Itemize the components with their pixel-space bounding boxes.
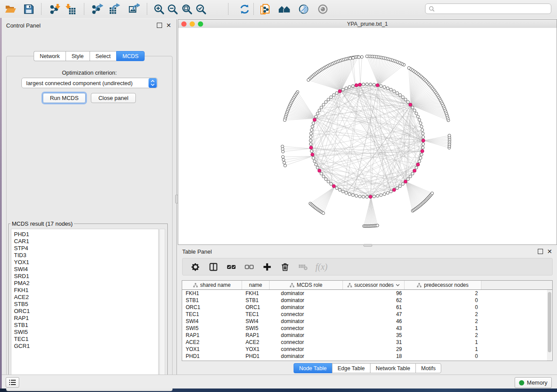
mcds-result-item[interactable]: SWI4 [14,266,158,273]
mcds-result-item[interactable]: YOX1 [14,259,158,266]
float-table-panel-icon[interactable] [538,249,543,254]
cell-successor-nodes: 18 [343,353,405,359]
cell-successor-nodes: 31 [343,339,405,345]
cell-shared-name: SWI4 [182,318,242,324]
column-header-name[interactable]: name [242,281,270,289]
header-filler [481,281,552,289]
table-row[interactable]: FKH1FKH1dominator962 [182,290,552,297]
cell-shared-name: YOX1 [182,346,242,352]
table-header-row: shared namenameMCDS rolesuccessor nodesp… [182,281,552,290]
import-table-icon[interactable] [65,3,76,15]
close-panel-icon[interactable]: ✕ [166,23,171,28]
column-header-MCDS-role[interactable]: MCDS role [270,281,343,289]
refresh-icon[interactable] [239,3,250,15]
mcds-result-item[interactable]: FKH1 [14,287,158,294]
table-scrollbar-thumb[interactable] [548,292,551,352]
table-row[interactable]: ORC1ORC1dominator610 [182,304,552,311]
mcds-result-item[interactable]: PMA2 [14,280,158,287]
export-image-icon[interactable] [128,3,140,15]
table-row[interactable]: ACE2ACE2connector311 [182,339,552,346]
mcds-result-item[interactable]: STB1 [14,322,158,329]
zoom-fit-icon[interactable] [181,3,193,15]
task-history-button[interactable] [6,377,19,388]
mcds-result-item[interactable]: ACE2 [14,294,158,301]
column-header-shared-name[interactable]: shared name [182,281,242,289]
mcds-result-item[interactable]: ORC1 [14,308,158,315]
run-mcds-button[interactable]: Run MCDS [43,93,86,103]
network-file-icon[interactable] [259,3,271,15]
mcds-result-list[interactable]: PHD1CAR1STP4TID3YOX1SWI4SRD1PMA2FKH1ACE2… [11,229,159,381]
column-header-predecessor-nodes[interactable]: predecessor nodes [405,281,481,289]
zoom-in-icon[interactable] [153,3,165,15]
zoom-selected-icon[interactable] [195,3,207,15]
column-header-successor-nodes[interactable]: successor nodes [343,281,405,289]
check-all-icon[interactable] [226,261,236,272]
mcds-result-item[interactable]: STB5 [14,301,158,308]
network-view-canvas[interactable] [178,28,557,244]
search-input[interactable] [435,4,551,13]
uncheck-all-icon[interactable] [244,261,254,272]
table-scrollbar[interactable] [547,290,552,361]
import-network-icon[interactable] [49,3,61,15]
mcds-result-item[interactable]: SWI5 [14,329,158,336]
memory-button[interactable]: Memory [515,377,552,388]
table-panel-divider-handle[interactable] [363,244,372,247]
columns-icon[interactable] [208,261,218,272]
cell-successor-nodes: 29 [343,346,405,352]
cell-MCDS-role: connector [270,325,343,331]
shared-column-icon [193,283,198,288]
optimization-criterion-select[interactable]: largest connected component (undirected) [21,78,158,88]
cell-shared-name: RAP1 [182,332,242,338]
zoom-out-icon[interactable] [166,3,178,15]
mcds-result-item[interactable]: STP4 [14,245,158,252]
cell-predecessor-nodes: 1 [405,339,481,345]
network-window-titlebar[interactable]: YPA_prune.txt_1 [178,20,557,28]
cell-name: FKH1 [242,290,270,296]
mcds-result-item[interactable]: SRD1 [14,273,158,280]
table-row[interactable]: SWI4SWI4dominator462 [182,318,552,325]
save-icon[interactable] [23,3,35,15]
tab-node-table[interactable]: Node Table [294,363,332,373]
function-builder-icon: f(x) [315,262,328,272]
mcds-result-item[interactable]: TID3 [14,252,158,259]
table-row[interactable]: RAP1RAP1dominator352 [182,332,552,339]
export-network-icon[interactable] [91,3,103,15]
table-row[interactable]: TEC1TEC1connector472 [182,311,552,318]
cell-predecessor-nodes: 0 [405,353,481,359]
tab-edge-table[interactable]: Edge Table [332,363,370,373]
mcds-result-item[interactable]: GCR1 [14,343,158,350]
float-panel-icon[interactable] [157,23,162,28]
table-row[interactable]: YOX1YOX1connector291 [182,346,552,353]
mcds-result-item[interactable]: CAR1 [14,238,158,245]
tab-mcds[interactable]: MCDS [116,51,145,61]
help-home-icon[interactable] [278,3,290,15]
trash-icon[interactable] [280,261,290,272]
table-row[interactable]: PHD1PHD1dominator180 [182,353,552,360]
close-table-panel-icon[interactable]: ✕ [547,249,552,254]
mcds-result-item[interactable]: TEC1 [14,336,158,343]
plus-icon[interactable] [262,261,272,272]
tab-motifs[interactable]: Motifs [415,363,441,373]
gear-icon[interactable] [190,261,201,272]
toolbar-separator [253,3,254,15]
tab-style[interactable]: Style [66,51,90,61]
close-panel-button[interactable]: Close panel [91,93,136,103]
cell-shared-name: STB1 [182,297,242,303]
table-row[interactable]: SWI5SWI5connector431 [182,325,552,332]
search-box[interactable] [425,3,551,14]
mcds-list-scrollbar[interactable] [159,229,165,381]
tab-network-table[interactable]: Network Table [370,363,415,373]
tab-select[interactable]: Select [90,51,117,61]
mcds-result-item[interactable]: RAP1 [14,315,158,322]
tab-network[interactable]: Network [34,51,66,61]
open-folder-icon[interactable] [4,3,16,15]
eye-icon[interactable] [317,3,329,15]
selected-criterion: largest connected component (undirected) [22,80,149,86]
vizmapper-eye-icon[interactable] [298,3,309,15]
network-window-title: YPA_prune.txt_1 [178,21,557,27]
export-table-icon[interactable] [108,3,120,15]
control-panel-title: Control Panel [6,22,41,29]
cell-MCDS-role: dominator [270,297,343,303]
table-row[interactable]: STB1STB1dominator620 [182,297,552,304]
mcds-result-item[interactable]: PHD1 [14,231,158,238]
